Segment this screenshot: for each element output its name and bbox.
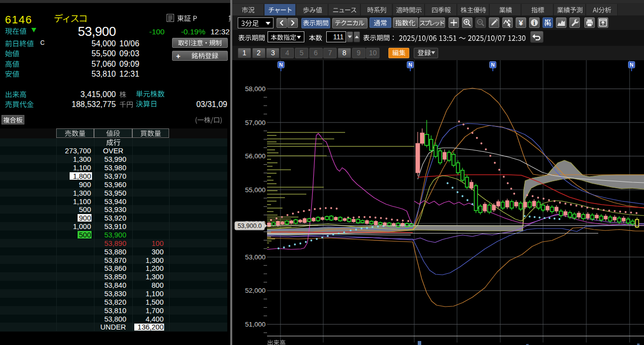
svg-text:51,000: 51,000 — [245, 321, 266, 328]
svg-text:53,000: 53,000 — [245, 253, 266, 261]
svg-text:N: N — [630, 62, 634, 68]
svg-text:53,900.0: 53,900.0 — [238, 223, 262, 230]
svg-text:58,000: 58,000 — [245, 85, 266, 93]
svg-text:¥: ¥ — [519, 18, 523, 27]
svg-text:57,000: 57,000 — [245, 119, 266, 126]
svg-text:N: N — [279, 62, 283, 68]
svg-text:52,000: 52,000 — [245, 287, 266, 294]
svg-text:55,000: 55,000 — [245, 186, 266, 194]
svg-text:N: N — [491, 62, 495, 68]
svg-text:56,000: 56,000 — [245, 152, 266, 160]
svg-text:N: N — [408, 62, 412, 68]
